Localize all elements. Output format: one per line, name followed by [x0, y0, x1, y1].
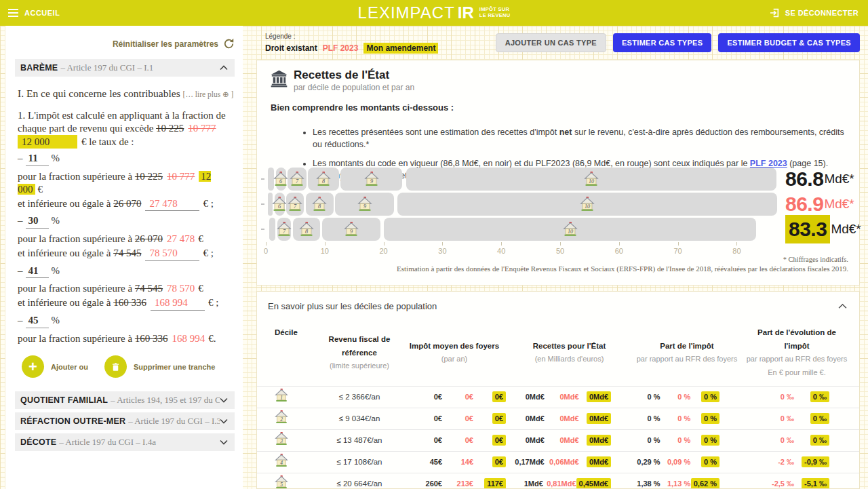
decile-segment: 9 [335, 193, 394, 216]
plf-input[interactable]: 78 570 [145, 247, 199, 261]
house-decile-icon: 8 [312, 197, 327, 212]
column-title: Part de l'évolution de l'impôt [745, 326, 848, 353]
house-decile-icon: 8 [299, 222, 314, 237]
decile-segment: 7 [288, 168, 307, 191]
add-case-button[interactable]: AJOUTER UN CAS TYPE [496, 33, 606, 52]
svg-text:3: 3 [279, 438, 283, 444]
chart-series-plf: 678910 [266, 193, 784, 216]
axis-tick-label: 70 [668, 247, 688, 255]
column-header: Part de l'évolution de l'impôtpar rappor… [745, 326, 848, 379]
decile-segment: 7 [286, 193, 304, 216]
svg-text:10: 10 [585, 203, 591, 210]
value-cell: 0€ [473, 393, 506, 401]
value-cell: 117€ [473, 480, 506, 488]
reset-parameters-button[interactable]: Réinitialiser les paramètres [15, 38, 235, 50]
plf-input[interactable]: 168 994 [151, 296, 205, 311]
plf-2023-link[interactable]: PLF 2023 [750, 159, 787, 168]
amendment-value: 117€ [484, 478, 506, 489]
chevron-up-icon[interactable] [838, 303, 847, 309]
app-logo: LEXIMPACT IR IMPÔT SURLE REVENU [0, 0, 868, 26]
law-fragment: € ; [208, 297, 218, 308]
law-fragment: € [38, 184, 43, 195]
rate-input[interactable]: 11 [26, 152, 49, 166]
decile-segment: 6 [276, 168, 286, 191]
home-button[interactable]: ACCUEIL [8, 0, 60, 26]
rate-input[interactable]: 41 [26, 265, 49, 279]
chart-value-unit: Md€* [824, 172, 854, 187]
house-decile-icon: 9 [364, 172, 379, 187]
estimate-budget-button[interactable]: ESTIMER BUDGET & CAS TYPES [718, 33, 860, 52]
decile-cell: 2 [268, 410, 320, 427]
chevron-down-icon[interactable] [220, 397, 228, 403]
logout-button[interactable]: SE DÉCONNECTER [769, 0, 859, 26]
delete-tranche-label: Supprimer une tranche [134, 363, 215, 371]
legend-mon-amendement: Mon amendement [363, 43, 438, 54]
rate-line: –45% [18, 314, 235, 328]
home-label: ACCUEIL [24, 9, 60, 17]
read-more-link[interactable]: [… lire plus ⊕ ] [183, 90, 234, 98]
decile-segment: 7 [277, 218, 291, 241]
plf-value: 0,81Md€ [547, 480, 576, 488]
deciles-collapse-toggle[interactable]: En savoir plus sur les déciles de popula… [257, 292, 859, 320]
column-title: Part de l'impôt [629, 339, 745, 353]
brand-suffix: IR [458, 3, 474, 22]
existing-value: 1,38 % [637, 480, 660, 488]
house-decile-icon: 10 [563, 222, 578, 237]
house-decile-icon: 2 [275, 410, 288, 424]
delete-tranche-button[interactable] [104, 355, 127, 378]
plf-value: 0 ‰ [781, 393, 794, 401]
chart-value-number: 86.9 [785, 193, 823, 216]
section-quotient-familial[interactable]: QUOTIENT FAMILIAL – Articles 194, 195 et… [15, 391, 235, 409]
plf-input[interactable]: 27 478 [145, 197, 199, 212]
amendment-input[interactable]: 12 000 [18, 135, 77, 149]
law-fragment: – [18, 153, 23, 163]
estimate-cases-button[interactable]: ESTIMER CAS TYPES [613, 33, 711, 52]
axis-tick-mark [261, 178, 264, 180]
rfr-cell: ≤ 9 034€/an [320, 414, 399, 423]
existing-value: 0Md€ [526, 436, 545, 444]
logout-icon [769, 7, 780, 18]
refresh-icon [223, 38, 235, 50]
law-fragment: – [18, 215, 23, 226]
recettes-values: 0Md€0Md€0Md€ [510, 436, 629, 444]
svg-text:4: 4 [280, 460, 283, 466]
value-cell: 0€ [404, 393, 442, 401]
chevron-up-icon[interactable] [220, 65, 228, 71]
column-header: Revenu fiscal de référence(limite supéri… [320, 332, 399, 373]
column-title: Impôt moyen des foyers [399, 339, 510, 353]
value-cell: 0 % [629, 436, 660, 444]
rate-input[interactable]: 45 [26, 314, 49, 328]
chevron-down-icon[interactable] [220, 418, 228, 424]
law-fragment: – [18, 265, 23, 276]
rfr-cell: ≤ 17 108€/an [320, 458, 399, 466]
section-bareme[interactable]: BARÈME – Article 197 du CGI – I.1 [15, 59, 235, 77]
amendment-value: 0Md€ [587, 456, 611, 467]
law-line: pour la fraction supérieure à 74 54578 5… [18, 282, 235, 295]
plf-old-value: 10 777 [167, 171, 195, 182]
plf-old-value: 10 777 [188, 123, 216, 134]
menu-icon[interactable] [8, 9, 18, 17]
plf-value: 0€ [465, 414, 473, 423]
house-decile-icon: 7 [277, 222, 292, 237]
law-fragment: pour la fraction supérieure à [18, 233, 135, 244]
evolution-values: 0 ‰0 ‰ [745, 414, 848, 423]
section-decote[interactable]: DÉCOTE – Article 197 du CGI – I.4a [15, 433, 235, 451]
chart-value-number: 83.3 [785, 215, 830, 243]
chart-subtitle: par décile de population et par an [294, 83, 414, 92]
column-header: Impôt moyen des foyers(par an) [399, 339, 510, 366]
law-fragment: et inférieure ou égale à [18, 248, 113, 258]
section-refaction-outre-mer[interactable]: RÉFACTION OUTRE-MER – Article 197 du CGI… [15, 412, 235, 430]
law-fragment: % [52, 153, 60, 163]
axis-tick-label: 50 [550, 247, 570, 255]
house-decile-icon: 8 [316, 172, 331, 187]
rate-input[interactable]: 30 [26, 214, 49, 229]
table-row: 1≤ 2 366€/an0€0€0€0Md€0Md€0Md€0 %0 %0 %0… [257, 386, 859, 408]
brand-tagline: IMPÔT SURLE REVENU [479, 7, 511, 18]
amendment-value: 0 ‰ [810, 391, 829, 402]
chevron-down-icon[interactable] [220, 439, 228, 445]
add-tranche-button[interactable]: + [22, 355, 44, 378]
parameters-panel: Réinitialiser les paramètres BARÈME – Ar… [5, 26, 243, 489]
axis-tick [501, 242, 502, 246]
chart-footnote-asterisk: * Chiffrages indicatifs. [783, 256, 848, 263]
existing-value: 0 % [648, 414, 660, 423]
